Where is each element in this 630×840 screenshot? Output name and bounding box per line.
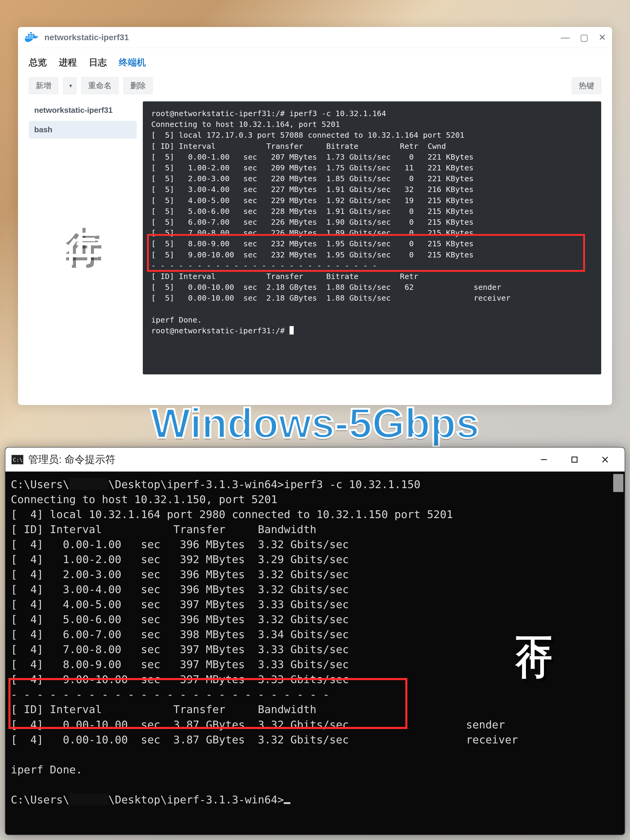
cmd-line: [ 4] 0.00-10.00 sec 3.87 GBytes 3.32 Gbi… (11, 734, 518, 746)
tab-logs[interactable]: 日志 (89, 57, 107, 69)
terminal-line: root@networkstatic-iperf31:/# (151, 326, 289, 335)
cmd-line: [ 4] 8.00-9.00 sec 397 MBytes 3.33 Gbits… (11, 658, 349, 671)
cmd-line: [ 4] 0.00-1.00 sec 396 MBytes 3.32 Gbits… (11, 538, 349, 551)
cursor-icon (284, 802, 291, 804)
cmd-line: [ 4] 0.00-10.00 sec 3.87 GBytes 3.32 Gbi… (11, 718, 505, 731)
cmd-line: [ 4] 5.00-6.00 sec 396 MBytes 3.32 Gbits… (11, 613, 349, 625)
rename-button[interactable]: 重命名 (81, 77, 118, 94)
window-controls: — ▢ ✕ (561, 32, 606, 43)
window-title: networkstatic-iperf31 (44, 33, 129, 42)
cursor-icon (289, 326, 294, 335)
cmd-window: C:\. 管理员: 命令提示符 C:\Users\\Desktop\iperf-… (5, 447, 625, 835)
redacted-username (69, 478, 108, 490)
new-dropdown-button[interactable]: ▾ (63, 77, 76, 94)
terminal-line: [ 5] 0.00-1.00 sec 207 MBytes 1.73 Gbits… (151, 152, 474, 161)
cmd-line: [ 4] local 10.32.1.164 port 2980 connect… (11, 508, 453, 521)
minimize-icon[interactable]: — (561, 32, 570, 43)
terminal-line: - - - - - - - - - - - - - - - - - - - - … (151, 261, 377, 270)
svg-rect-6 (32, 34, 34, 36)
delete-button[interactable]: 删除 (123, 77, 153, 94)
svg-rect-5 (30, 34, 32, 36)
cmd-line: C:\Users\ (11, 478, 69, 491)
terminal-line: [ 5] local 172.17.0.3 port 57088 connect… (151, 131, 464, 139)
cmd-line: [ 4] 6.00-7.00 sec 398 MBytes 3.34 Gbits… (11, 628, 349, 641)
terminal-line: [ 5] 1.00-2.00 sec 209 MBytes 1.75 Gbits… (151, 163, 474, 172)
svg-rect-2 (30, 36, 32, 38)
window-controls (531, 451, 619, 469)
svg-rect-7 (30, 32, 32, 33)
cmd-line: [ 4] 4.00-5.00 sec 397 MBytes 3.33 Gbits… (11, 598, 349, 611)
tab-terminal[interactable]: 终端机 (119, 57, 146, 69)
cmd-title: 管理员: 命令提示符 (28, 453, 115, 466)
terminal-line: [ 5] 7.00-8.00 sec 226 MBytes 1.89 Gbits… (151, 228, 474, 237)
label-upstream: 上行 (57, 195, 106, 207)
cmd-titlebar: C:\. 管理员: 命令提示符 (5, 448, 625, 472)
toolbar: 新增 ▾ 重命名 删除 热键 (18, 74, 612, 101)
label-downstream: 下行 (510, 609, 559, 621)
terminal-line: [ 5] 9.00-10.00 sec 232 MBytes 1.95 Gbit… (151, 250, 474, 259)
cmd-line: [ 4] 7.00-8.00 sec 397 MBytes 3.33 Gbits… (11, 643, 349, 655)
cmd-line: [ 4] 9.00-10.00 sec 397 MBytes 3.33 Gbit… (11, 673, 349, 685)
terminal-line: [ 5] 2.00-3.00 sec 220 MBytes 1.85 Gbits… (151, 174, 474, 183)
cmd-line: \Desktop\iperf-3.1.3-win64>iperf3 -c 10.… (108, 478, 420, 491)
maximize-icon[interactable]: ▢ (580, 32, 588, 43)
cmd-output[interactable]: C:\Users\\Desktop\iperf-3.1.3-win64>iper… (5, 472, 625, 835)
tab-bar: 总览 进程 日志 终端机 (18, 48, 612, 74)
session-item[interactable]: bash (29, 121, 137, 139)
cmd-line: [ 4] 2.00-3.00 sec 396 MBytes 3.32 Gbits… (11, 568, 349, 581)
cmd-line: \Desktop\iperf-3.1.3-win64> (108, 794, 284, 806)
terminal-line: [ ID] Interval Transfer Bitrate Retr Cwn… (151, 142, 446, 151)
session-list: networkstatic-iperf31 bash (29, 101, 137, 374)
svg-rect-1 (28, 36, 30, 38)
center-title: Windows-5Gbps (0, 399, 630, 448)
hotkey-button[interactable]: 热键 (572, 77, 601, 94)
terminal-line: [ 5] 6.00-7.00 sec 226 MBytes 1.90 Gbits… (151, 218, 474, 226)
cmd-line: iperf Done. (11, 764, 82, 776)
cmd-line: [ 4] 1.00-2.00 sec 392 MBytes 3.29 Gbits… (11, 553, 349, 565)
terminal-line: root@networkstatic-iperf31:/# iperf3 -c … (151, 109, 386, 118)
terminal-line: [ ID] Interval Transfer Bitrate Retr (151, 272, 418, 281)
tab-processes[interactable]: 进程 (59, 57, 77, 69)
terminal-line: iperf Done. (151, 315, 202, 324)
docker-icon (24, 32, 39, 43)
terminal-line: [ 5] 4.00-5.00 sec 229 MBytes 1.92 Gbits… (151, 196, 474, 205)
cmd-line: [ ID] Interval Transfer Bandwidth (11, 703, 316, 715)
cmd-line: [ 4] 3.00-4.00 sec 396 MBytes 3.32 Gbits… (11, 583, 349, 595)
terminal-output[interactable]: root@networkstatic-iperf31:/# iperf3 -c … (143, 101, 601, 374)
tab-overview[interactable]: 总览 (29, 57, 47, 69)
terminal-line: [ 5] 0.00-10.00 sec 2.18 GBytes 1.88 Gbi… (151, 294, 510, 302)
minimize-icon[interactable] (531, 451, 557, 469)
cmd-line: C:\Users\ (11, 794, 69, 806)
close-icon[interactable] (592, 451, 619, 469)
terminal-line: [ 5] 5.00-6.00 sec 228 MBytes 1.91 Gbits… (151, 207, 474, 216)
redacted-username (69, 793, 108, 805)
titlebar: networkstatic-iperf31 — ▢ ✕ (18, 27, 612, 48)
terminal-line: Connecting to host 10.32.1.164, port 520… (151, 120, 340, 129)
cmd-icon: C:\. (11, 455, 24, 464)
svg-rect-9 (572, 457, 577, 462)
new-button[interactable]: 新增 (29, 77, 58, 94)
scrollbar-thumb[interactable] (613, 474, 624, 492)
session-item[interactable]: networkstatic-iperf31 (29, 101, 137, 119)
docker-container-window: networkstatic-iperf31 — ▢ ✕ 总览 进程 日志 终端机… (18, 27, 612, 405)
terminal-line: [ 5] 0.00-10.00 sec 2.18 GBytes 1.88 Gbi… (151, 283, 501, 292)
cmd-line: [ ID] Interval Transfer Bandwidth (11, 523, 316, 535)
svg-rect-0 (26, 36, 28, 38)
maximize-icon[interactable] (561, 451, 588, 469)
cmd-line: - - - - - - - - - - - - - - - - - - - - … (11, 688, 329, 701)
close-icon[interactable]: ✕ (598, 32, 606, 43)
svg-rect-4 (28, 34, 30, 36)
terminal-line: [ 5] 8.00-9.00 sec 232 MBytes 1.95 Gbits… (151, 239, 474, 248)
cmd-line: Connecting to host 10.32.1.150, port 520… (11, 493, 278, 505)
terminal-line: [ 5] 3.00-4.00 sec 227 MBytes 1.91 Gbits… (151, 185, 474, 194)
chevron-down-icon: ▾ (69, 82, 72, 89)
